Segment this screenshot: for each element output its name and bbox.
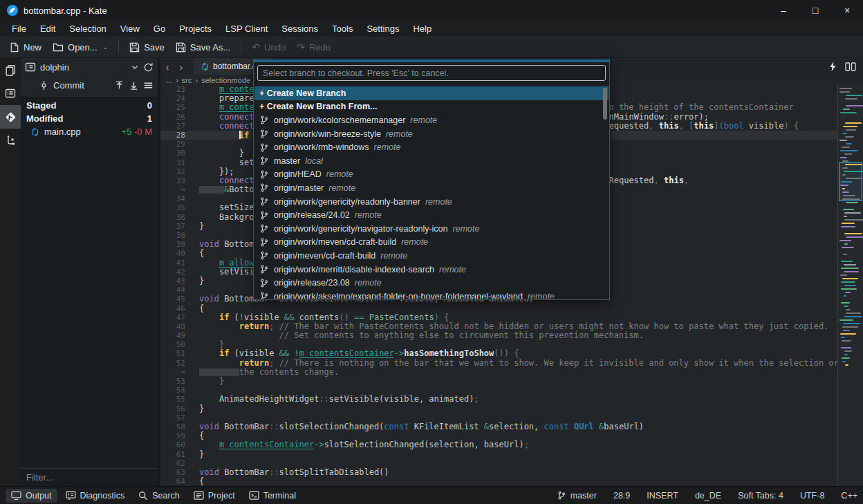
toolview-output[interactable]: Output (6, 489, 57, 503)
status-insert[interactable]: INSERT (647, 491, 678, 501)
branch-item[interactable]: origin/HEADremote (254, 168, 609, 182)
toolview-search[interactable]: Search (133, 489, 185, 503)
branch-item[interactable]: origin/release/23.08remote (254, 276, 609, 290)
project-selector[interactable]: dolphin (40, 62, 69, 73)
branch-item[interactable]: origin/meven/cd-craft-buildremote (254, 249, 609, 263)
menu-help[interactable]: Help (407, 22, 438, 35)
branch-item[interactable]: origin/work/merritt/disable-indexed-sear… (254, 263, 609, 277)
code-line[interactable]: 61} (160, 450, 837, 459)
branch-item[interactable]: origin/masterremote (254, 181, 609, 195)
line-number: 24 (160, 94, 191, 103)
status-soft-tabs-4[interactable]: Soft Tabs: 4 (738, 491, 783, 501)
pull-icon[interactable] (129, 80, 139, 91)
toolview-diagnostics[interactable]: Diagnostics (60, 489, 131, 503)
filesystem-icon (5, 88, 16, 99)
breadcrumb-item[interactable]: ... (166, 76, 172, 84)
code-line[interactable]: 64{ (160, 477, 837, 486)
menu-settings[interactable]: Settings (360, 22, 405, 35)
branch-item[interactable]: origin/work/akselmo/expand-folder-on-hov… (254, 290, 609, 299)
minimap-line (841, 281, 855, 283)
popup-scrollbar-thumb[interactable] (603, 88, 607, 120)
back-button[interactable]: ‹ (160, 61, 174, 73)
code-line[interactable]: 56} (160, 404, 837, 413)
branch-item[interactable]: origin/work/win-breeze-styleremote (254, 127, 609, 141)
toolview-terminal[interactable]: Terminal (243, 489, 301, 503)
menu-tools[interactable]: Tools (326, 22, 359, 35)
tool-git[interactable] (0, 105, 21, 129)
line-number: 38 (160, 231, 191, 240)
branch-item[interactable]: origin/work/rmb-windowsremote (254, 140, 609, 154)
branch-item[interactable]: origin/work/genericity/readonly-bannerre… (254, 195, 609, 209)
filter-input[interactable]: Filter... (21, 468, 158, 486)
line-number: 34 (160, 194, 191, 203)
menu-file[interactable]: File (6, 22, 33, 35)
push-icon[interactable] (114, 80, 124, 91)
branch-item[interactable]: masterlocal (254, 154, 609, 168)
save-as-button[interactable]: Save As... (170, 39, 236, 55)
branch-item[interactable]: origin/work/kcolorschememanagerremote (254, 113, 609, 127)
menu-lsp-client[interactable]: LSP Client (219, 22, 274, 35)
branch-action-item[interactable]: + Create New Branch From... (254, 100, 609, 114)
minimap-line (844, 354, 848, 355)
code-line[interactable]: 49 // Set contents to anything else to c… (160, 331, 837, 340)
minimap-line (840, 157, 847, 158)
refresh-icon[interactable] (143, 62, 154, 73)
branch-item[interactable]: origin/work/meven/cd-craft-buildremote (254, 236, 609, 250)
git-file-row[interactable]: main.cpp+5 -0 M (21, 125, 158, 138)
breadcrumb-item[interactable]: selectionmode (201, 76, 250, 84)
status-master[interactable]: master (557, 490, 597, 501)
status-28-9[interactable]: 28:9 (613, 491, 630, 501)
minimap-scrollbar[interactable] (837, 85, 863, 486)
branch-search-input[interactable]: Select branch to checkout. Press 'Esc' t… (257, 65, 606, 81)
tool-documents[interactable] (0, 58, 21, 82)
quick-actions-icon[interactable] (829, 62, 837, 71)
menu-view[interactable]: View (114, 22, 146, 35)
minimize-button[interactable]: – (768, 0, 799, 21)
main-toolbar: NewOpen...⌄SaveSave As...↶Undo↷Redo (0, 37, 863, 58)
undo-button[interactable]: ↶Undo (246, 39, 291, 55)
breadcrumb-item[interactable]: src (182, 76, 192, 84)
status-c++[interactable]: C++ (841, 491, 857, 501)
minimap-line (840, 150, 858, 151)
open-dropdown-icon[interactable]: ⌄ (103, 44, 109, 50)
menu-selection[interactable]: Selection (63, 22, 112, 35)
status-de-de[interactable]: de_DE (695, 491, 721, 501)
save-button[interactable]: Save (124, 39, 170, 55)
menu-projects[interactable]: Projects (173, 22, 218, 35)
forward-button[interactable]: › (174, 61, 188, 73)
code-line[interactable]: ↪the contents change. (160, 368, 837, 377)
minimap-line (842, 188, 845, 189)
status-utf-8[interactable]: UTF-8 (800, 491, 824, 501)
git-section-staged[interactable]: Staged0 (21, 99, 158, 112)
code-line[interactable]: 55 AnimatedHeightWidget::setVisible(visi… (160, 395, 837, 404)
minimap-line (843, 195, 855, 196)
branch-item[interactable]: origin/release/24.02remote (254, 208, 609, 222)
minimap-line (845, 364, 848, 366)
branch-action-item[interactable]: + Create New Branch (254, 86, 609, 100)
commit-button[interactable]: Commit (53, 80, 84, 91)
menu-sessions[interactable]: Sessions (275, 22, 324, 35)
maximize-button[interactable]: □ (799, 0, 831, 21)
code-line[interactable]: 58void BottomBar::slotSelectionChanged(c… (160, 422, 837, 431)
tool-snippets[interactable] (0, 129, 21, 152)
code-line[interactable]: 63void BottomBar::slotSplitTabDisabled() (160, 468, 837, 477)
menu-go[interactable]: Go (147, 22, 171, 35)
open-button[interactable]: Open...⌄ (47, 39, 113, 55)
menu-edit[interactable]: Edit (34, 22, 62, 35)
redo-button[interactable]: ↷Redo (291, 39, 336, 55)
menu-icon[interactable] (143, 80, 154, 91)
code-line[interactable]: 53 } (160, 377, 837, 386)
tool-filesystem[interactable] (0, 82, 21, 105)
git-section-modified[interactable]: Modified1 (21, 112, 158, 125)
chevron-down-icon[interactable] (131, 63, 139, 71)
close-button[interactable]: × (831, 0, 863, 21)
code-line[interactable]: 60 m_contentsContainer->slotSelectionCha… (160, 440, 837, 449)
branch-item[interactable]: origin/work/genericity/navigator-readonl… (254, 222, 609, 236)
minimap-line (844, 306, 848, 307)
git-branch-icon (259, 129, 269, 139)
minimap-line (844, 316, 862, 317)
toolview-project[interactable]: Project (188, 489, 241, 503)
new-button[interactable]: New (4, 39, 47, 55)
project-icon (25, 62, 36, 73)
split-view-icon[interactable] (845, 62, 856, 71)
